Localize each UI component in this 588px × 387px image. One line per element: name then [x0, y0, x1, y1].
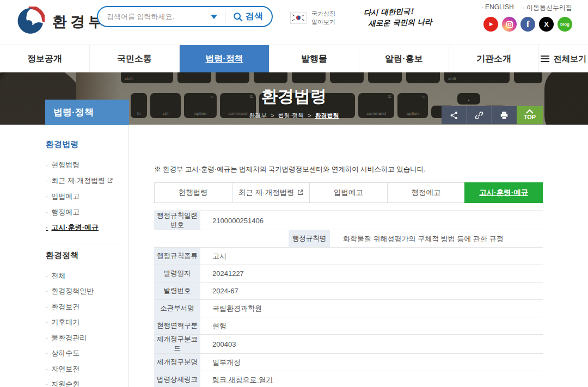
breadcrumb-section[interactable]: 법령·정책	[278, 112, 304, 119]
row-value: 링크 새창으로 열기	[200, 371, 543, 387]
mobile-site-link[interactable]: 이동통신누리집	[523, 3, 572, 13]
keyboard-key	[292, 72, 326, 83]
table-row: 행정규칙종류 고시	[154, 248, 543, 265]
main-content: ※ 환경부 고시·훈령·예규는 법제처의 국가법령정보센터와 연계하여 서비스하…	[154, 125, 543, 387]
table-row: 행정규칙명 화학물질 위해성평가의 구체적 방법 등에 관한 규정	[154, 230, 543, 248]
search-icon	[233, 12, 243, 22]
sidebar-item-recent-law[interactable]: 최근 제·개정법령	[46, 173, 128, 189]
sidebar-section-env-policy[interactable]: 환경정책	[46, 250, 128, 261]
row-value: 2100000251406	[200, 211, 543, 230]
row-label: 현행연혁구분	[154, 317, 200, 334]
sidebar-item-current-law[interactable]: 현행법령	[46, 157, 128, 173]
keyboard-key	[514, 72, 542, 83]
row-label: 소관부서명	[154, 300, 200, 317]
row-label: 행정규칙종류	[154, 248, 200, 265]
nav-item-law-policy[interactable]: 법령·정책	[180, 45, 270, 72]
row-value: 일부개정	[200, 354, 543, 371]
tab-current-law[interactable]: 현행법령	[154, 182, 232, 203]
row-value: 20241227	[200, 265, 543, 282]
sidebar-divider	[46, 243, 123, 243]
chevron-down-icon[interactable]	[211, 15, 217, 19]
keyboard-key	[368, 72, 402, 83]
row-value: 2024-67	[200, 282, 543, 299]
ministry-logo[interactable]: 환경부	[16, 7, 106, 37]
english-link[interactable]: ENGLISH	[481, 3, 514, 13]
all-menu-label: 전체보기	[554, 54, 586, 64]
row-label: 행정규칙일련번호	[154, 211, 200, 230]
row-value: 국립환경과학원	[200, 300, 543, 317]
instagram-icon[interactable]	[502, 17, 517, 32]
external-link-icon	[107, 174, 113, 189]
tab-legislation-notice[interactable]: 입법예고	[309, 182, 388, 203]
sidebar-item-notifications[interactable]: 고시·훈령·예규	[46, 220, 128, 236]
law-detail-link[interactable]: 링크 새창으로 열기	[212, 375, 273, 385]
nav-item-info[interactable]: 정보공개	[0, 45, 90, 72]
row-label: 발령일자	[154, 265, 200, 282]
sidebar-item-policy-general[interactable]: 환경정책일반	[46, 284, 128, 299]
keyboard-key: shift	[121, 72, 173, 83]
tab-recent-law[interactable]: 최근 제·개정법령	[232, 182, 310, 203]
nav-item-publications[interactable]: 발행물	[270, 45, 359, 72]
sidebar-item-recycling[interactable]: 자원순환	[46, 377, 128, 387]
nav-item-communication[interactable]: 국민소통	[90, 45, 180, 72]
global-navigation: 정보공개 국민소통 법령·정책 발행물 알림·홍보 기관소개 전체보기	[0, 45, 588, 72]
row-value: 200403	[200, 335, 543, 353]
sidebar-item-climate-air[interactable]: 기후대기	[46, 315, 128, 330]
tab-notifications[interactable]: 고시·훈령·예규	[464, 182, 543, 203]
keyboard-key	[406, 72, 440, 83]
table-row: 법령상세링크 링크 새창으로 열기	[154, 371, 543, 387]
facebook-icon[interactable]: f	[520, 17, 535, 32]
sidebar-item-all[interactable]: 전체	[46, 268, 128, 284]
service-notice: ※ 환경부 고시·훈령·예규는 법제처의 국가법령정보센터와 연계하여 서비스하…	[154, 165, 426, 174]
all-menu-button[interactable]: 전체보기	[539, 45, 588, 72]
search-button[interactable]: 검색	[233, 11, 263, 22]
copy-link-button[interactable]	[467, 106, 492, 124]
external-link-icon	[297, 189, 303, 197]
sidebar-section-env-law[interactable]: 환경법령	[46, 139, 128, 150]
row-value: 현행	[200, 317, 543, 334]
link-icon	[475, 111, 483, 120]
search-button-label: 검색	[246, 11, 263, 22]
share-button[interactable]	[442, 106, 467, 124]
table-row: 소관부서명 국립환경과학원	[154, 300, 543, 317]
sidebar-item-water-env[interactable]: 물환경관리	[46, 330, 128, 346]
table-row: 행정규칙일련번호 2100000251406	[154, 211, 543, 230]
breadcrumb-current: 환경법령	[315, 112, 339, 119]
table-row: 제개정구분명 일부개정	[154, 354, 543, 371]
sidebar-item-legislation-notice[interactable]: 입법예고	[46, 189, 128, 205]
x-twitter-icon[interactable]: X	[539, 17, 554, 32]
site-header: 환경부 검색 국가상징 알아보기 다시 대한민국! 새로운 국민의 나	[0, 0, 588, 45]
nav-item-about[interactable]: 기관소개	[449, 45, 539, 72]
sidebar-item-water-supply[interactable]: 상하수도	[46, 346, 128, 361]
rule-detail-table: 행정규칙일련번호 2100000251406 행정규칙명 화학물질 위해성평가의…	[154, 211, 543, 387]
breadcrumb-home[interactable]: 환경부	[249, 112, 267, 119]
print-button[interactable]	[492, 106, 517, 124]
utility-links: ENGLISH 이동통신누리집	[481, 3, 572, 13]
youtube-icon[interactable]	[483, 17, 498, 32]
nav-item-news[interactable]: 알림·홍보	[359, 45, 449, 72]
blog-icon[interactable]: blog	[558, 17, 572, 32]
tab-admin-notice[interactable]: 행정예고	[387, 182, 465, 203]
government-slogan: 다시 대한민국! 새로운 국민의 나라	[364, 5, 432, 28]
search-box: 검색	[97, 6, 273, 27]
print-icon	[500, 111, 509, 120]
national-symbol-link[interactable]: 국가상징 알아보기	[290, 10, 335, 26]
row-label: 제개정구분명	[154, 354, 200, 371]
keyboard-key	[177, 72, 211, 83]
row-label: 발령번호	[154, 282, 200, 299]
social-links: f X blog	[483, 17, 572, 32]
sidebar-menu: 환경법령 현행법령 최근 제·개정법령 입법예고 행정예고 고시·훈령·예규 환…	[45, 125, 129, 387]
search-input[interactable]	[107, 13, 207, 21]
sidebar-item-admin-notice[interactable]: 행정예고	[46, 205, 128, 220]
hamburger-icon	[541, 56, 549, 62]
sidebar-item-nature[interactable]: 자연보전	[46, 361, 128, 377]
scroll-top-button[interactable]: TOP	[517, 106, 543, 124]
sidebar-title: 법령·정책	[45, 100, 129, 125]
sidebar-item-env-health[interactable]: 환경보건	[46, 299, 128, 315]
row-label: 제개정구분코드	[154, 335, 200, 353]
keyboard-key	[216, 72, 249, 83]
divider	[225, 11, 225, 22]
chevron-up-icon	[526, 109, 534, 114]
row-value: 화학물질 위해성평가의 구체적 방법 등에 관한 규정	[330, 230, 543, 247]
row-spacer	[154, 230, 289, 247]
